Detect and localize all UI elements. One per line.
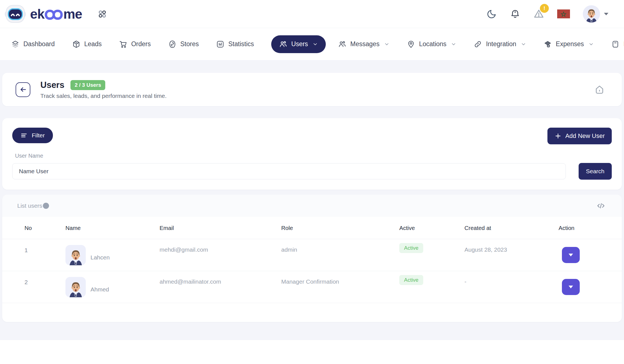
nav-item-statistics[interactable]: Statistics	[216, 40, 254, 48]
back-button[interactable]	[16, 82, 30, 97]
page-subtitle: Track sales, leads, and performance in r…	[40, 93, 167, 99]
main-content: Users 2 / 3 Users Track sales, leads, an…	[0, 60, 624, 340]
column-header-action: Action	[559, 225, 606, 231]
page-header-card: Users 2 / 3 Users Track sales, leads, an…	[2, 73, 622, 106]
infinity-icon	[45, 9, 63, 20]
cell-created-at: -	[464, 278, 559, 285]
nav-label: Dashboard	[23, 40, 55, 48]
filter-button[interactable]: Filter	[12, 128, 53, 143]
caret-down-icon	[569, 254, 573, 256]
search-button[interactable]: Search	[579, 163, 612, 180]
plus-icon	[554, 132, 562, 140]
filter-list-icon	[20, 132, 28, 139]
cell-role: admin	[281, 246, 399, 253]
chevron-down-icon	[521, 41, 526, 47]
nav-item-expenses[interactable]: Expenses	[544, 40, 594, 48]
row-action-dropdown-button[interactable]	[562, 279, 580, 295]
nav-label: Integration	[486, 40, 516, 48]
nav-label: Messages	[350, 40, 380, 48]
row-action-dropdown-button[interactable]	[562, 247, 580, 263]
apps-grid-icon[interactable]	[97, 9, 107, 19]
column-header-role: Role	[281, 225, 399, 231]
cart-icon	[119, 40, 127, 48]
brand-wordmark: ek me	[30, 6, 82, 22]
nav-item-orders[interactable]: Orders	[119, 40, 151, 48]
table-bottom-padding	[2, 303, 622, 319]
box-icon	[72, 40, 80, 48]
cell-no: 2	[25, 279, 65, 286]
add-new-user-button[interactable]: Add New User	[547, 128, 612, 144]
status-dot	[43, 203, 49, 209]
home-icon	[594, 84, 605, 95]
column-header-created: Created at	[464, 225, 559, 231]
table-header-row: No Name Email Role Active Created at Act…	[2, 217, 622, 239]
cell-action	[559, 247, 580, 263]
nav-item-integration[interactable]: Integration	[474, 40, 526, 48]
home-button[interactable]	[594, 84, 605, 95]
nav-item-leads[interactable]: Leads	[72, 40, 102, 48]
bar-chart-icon	[216, 40, 224, 48]
language-flag-button[interactable]	[557, 9, 570, 18]
column-header-no: No	[25, 225, 65, 231]
page-title: Users	[40, 80, 64, 90]
cell-email: ahmed@mailinator.com	[160, 278, 281, 285]
list-users-header: List users	[2, 195, 622, 217]
avatar	[65, 245, 86, 265]
cell-name: Lahcen	[65, 245, 160, 265]
chevron-down-icon	[312, 41, 318, 47]
nav-item-users[interactable]: Users	[271, 35, 326, 53]
moon-icon	[486, 9, 497, 19]
user-avatar	[583, 5, 600, 23]
table-row: 1 Lahcen	[2, 239, 622, 271]
filter-button-label: Filter	[32, 132, 45, 139]
robot-icon	[4, 5, 26, 23]
nav-item-locations[interactable]: Locations	[407, 40, 456, 48]
brand-logo[interactable]: ek me	[4, 5, 82, 23]
avatar	[65, 277, 86, 297]
chevron-down-icon	[588, 41, 594, 47]
username-input[interactable]	[12, 163, 566, 179]
alerts-button[interactable]: !	[533, 8, 544, 19]
code-icon	[596, 201, 606, 211]
arrow-left-icon	[19, 86, 27, 93]
alert-count-badge: !	[540, 4, 549, 13]
cell-role: Manager Confirmation	[281, 278, 399, 285]
users-table-card: List users No Name Email Role Active Cre…	[2, 195, 622, 322]
caret-down-icon	[604, 13, 608, 15]
profile-menu[interactable]	[583, 5, 608, 23]
morocco-flag	[557, 9, 570, 18]
active-status-badge: Active	[399, 243, 423, 253]
cell-active: Active	[399, 275, 464, 285]
cell-email: mehdi@gmail.com	[160, 246, 281, 253]
nav-label: Locations	[419, 40, 446, 48]
notifications-button[interactable]	[510, 9, 520, 19]
nav-item-reclamations[interactable]: Reclamations	[611, 40, 624, 48]
filter-card: Filter Add New User User Name Search	[2, 118, 622, 190]
nav-label: Orders	[131, 40, 151, 48]
users-icon	[279, 40, 287, 48]
chevron-down-icon	[384, 41, 390, 47]
money-icon	[544, 40, 552, 48]
add-new-user-label: Add New User	[565, 132, 605, 140]
chevron-down-icon	[451, 41, 456, 47]
nav-item-dashboard[interactable]: Dashboard	[11, 40, 55, 48]
nav-label: Users	[291, 40, 308, 48]
username-field-label: User Name	[12, 153, 612, 159]
topbar-actions: !	[486, 5, 608, 23]
dark-mode-toggle[interactable]	[486, 9, 497, 19]
active-status-badge: Active	[399, 275, 423, 285]
main-nav: Dashboard Leads Orders Stores	[0, 28, 624, 60]
table-row: 2 Ahmed	[2, 271, 622, 303]
column-header-active: Active	[399, 225, 464, 231]
page-header-text: Users 2 / 3 Users Track sales, leads, an…	[40, 80, 167, 99]
column-header-email: Email	[160, 225, 281, 231]
nav-item-stores[interactable]: Stores	[168, 40, 199, 48]
layers-icon	[11, 40, 19, 48]
bell-icon	[510, 9, 520, 19]
users-icon	[338, 40, 346, 48]
users-count-badge: 2 / 3 Users	[70, 80, 105, 90]
list-users-title: List users	[17, 202, 49, 209]
nav-item-messages[interactable]: Messages	[338, 40, 390, 48]
code-view-button[interactable]	[596, 201, 606, 211]
store-icon	[168, 40, 177, 48]
